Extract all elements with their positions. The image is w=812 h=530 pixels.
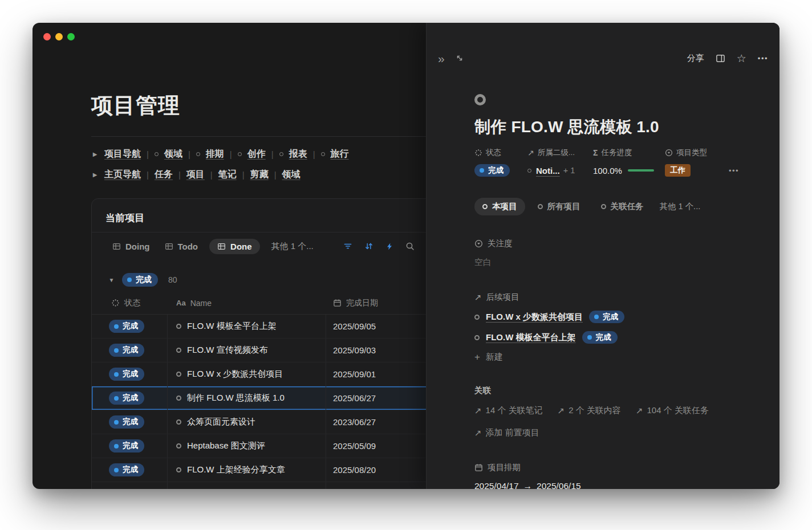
nav-link-schedule[interactable]: 排期 (206, 148, 224, 160)
property-progress-label[interactable]: Σ 任务进度 (593, 148, 665, 158)
property-parent-label[interactable]: ↗ 所属二级... (527, 148, 593, 158)
arrow-right-icon: → (523, 481, 533, 489)
toggle-closed-icon[interactable]: ▶ (91, 172, 99, 178)
status-dot-icon (114, 324, 119, 329)
nav-link-domain2[interactable]: 领域 (282, 169, 301, 181)
status-cell[interactable]: 完成 (92, 458, 168, 482)
pipe-separator: | (230, 149, 232, 159)
related-tasks-link[interactable]: ↗ 104 个 关联任务 (636, 405, 709, 416)
column-header-status[interactable]: 状态 (92, 298, 168, 308)
view-tab-label: Todo (178, 242, 198, 251)
nav-link-home-nav[interactable]: 主页导航 (104, 169, 141, 181)
nav-link-clips[interactable]: 剪藏 (250, 169, 269, 181)
nav-link-domain[interactable]: 领域 (164, 148, 182, 160)
close-button[interactable] (43, 33, 51, 40)
relation-arrow-icon: ↗ (558, 406, 565, 415)
property-progress-value[interactable]: 100.0% (593, 164, 665, 177)
group-status-badge[interactable]: 完成 (122, 273, 158, 287)
name-cell[interactable]: FLO.W 上架经验分享文章 (168, 458, 326, 482)
status-cell (92, 482, 168, 489)
schedule-label[interactable]: 项目排期 (474, 462, 754, 473)
nav-link-tasks[interactable]: 任务 (155, 169, 173, 181)
nav-link-report[interactable]: 报表 (289, 148, 307, 160)
peek-tab-all-projects[interactable]: 所有项目 (530, 198, 588, 215)
page-icon[interactable] (474, 94, 486, 105)
zoom-button[interactable] (67, 33, 75, 40)
view-tab-todo[interactable]: Todo (165, 242, 198, 251)
status-cell[interactable]: 完成 (92, 434, 168, 458)
toggle-open-icon[interactable]: ▼ (108, 277, 115, 283)
side-peek-panel: » 分享 ☆ ••• 制作 FLO.W 思流模板 1.0 (426, 23, 779, 489)
pipe-separator: | (210, 170, 213, 180)
pipe-separator: | (178, 170, 181, 180)
view-tab-doing[interactable]: Doing (112, 242, 150, 251)
type-badge[interactable]: 工作 (665, 164, 691, 177)
status-badge[interactable]: 完成 (582, 331, 618, 344)
table-row: 完成 FLO.W 上架经验分享文章 2025/08/20 (92, 458, 444, 482)
status-property-icon (111, 299, 120, 307)
name-cell[interactable]: 制作 FLO.W 思流模板 1.0 (168, 386, 326, 410)
nav-link-projects[interactable]: 项目 (186, 169, 205, 181)
sort-icon[interactable] (364, 242, 373, 251)
status-cell[interactable]: 完成 (92, 386, 168, 410)
related-notes-link[interactable]: ↗ 14 个 关联笔记 (474, 405, 543, 416)
search-icon[interactable] (405, 242, 415, 251)
nav-link-project-nav[interactable]: 项目导航 (104, 148, 141, 160)
related-content-link[interactable]: ↗ 2 个 关联内容 (558, 405, 621, 416)
followup-label[interactable]: ↗ 后续项目 (474, 292, 754, 303)
more-menu-icon[interactable]: ••• (758, 54, 768, 63)
peek-tabs-more-button[interactable]: 其他 1 个... (656, 201, 701, 212)
add-predecessor-button[interactable]: ↗ 添加 前置项目 (474, 427, 754, 438)
peek-tab-bar: 本项目 所有项目 关联任务 其他 1 个... (474, 198, 754, 215)
peek-tab-this-project[interactable]: 本项目 (474, 198, 525, 215)
share-button[interactable]: 分享 (687, 53, 704, 64)
filter-icon[interactable] (343, 242, 352, 251)
name-cell[interactable]: FLO.W 宣传视频发布 (168, 339, 326, 362)
status-cell[interactable]: 完成 (92, 339, 168, 362)
favorite-star-icon[interactable]: ☆ (737, 53, 746, 64)
attention-empty-value[interactable]: 空白 (474, 257, 754, 268)
property-parent-value[interactable]: Noti... + 1 (527, 164, 593, 177)
view-tab-bar: Doing Todo Done 其他 1 个... (92, 233, 444, 260)
automation-lightning-icon[interactable] (385, 242, 393, 251)
card-title[interactable]: 当前项目 (105, 211, 144, 225)
current-projects-card: 当前项目 Doing Todo (91, 198, 445, 489)
name-cell[interactable]: 众筹页面元素设计 (168, 410, 326, 434)
followup-page-link[interactable]: FLO.W 模板全平台上架 (486, 332, 576, 343)
status-cell[interactable]: 完成 (92, 362, 168, 386)
followup-page-link[interactable]: FLO.W x 少数派共创项目 (486, 312, 583, 323)
nav-link-notes[interactable]: 笔记 (218, 169, 237, 181)
attention-label[interactable]: 关注度 (474, 238, 754, 249)
nav-link-creation[interactable]: 创作 (247, 148, 266, 160)
expand-diagonal-icon[interactable] (455, 54, 464, 63)
pipe-separator: | (147, 149, 149, 159)
minimize-button[interactable] (55, 33, 63, 40)
followup-item: FLO.W x 少数派共创项目 完成 (474, 309, 754, 324)
new-followup-button[interactable]: + 新建 (474, 352, 754, 362)
relation-page-link[interactable]: Noti... (536, 166, 560, 176)
toggle-closed-icon[interactable]: ▶ (91, 151, 99, 157)
status-dot-icon (594, 315, 599, 319)
close-peek-icon[interactable]: » (438, 52, 445, 64)
schedule-date-range[interactable]: 2025/04/17 → 2025/06/15 (474, 481, 754, 489)
property-type-label[interactable]: 项目类型 (665, 148, 729, 158)
name-cell[interactable]: FLO.W 模板全平台上架 (168, 315, 326, 338)
view-tab-done[interactable]: Done (209, 239, 260, 254)
peek-page-title[interactable]: 制作 FLO.W 思流模板 1.0 (474, 116, 754, 138)
name-cell[interactable]: FLO.W x 少数派共创项目 (168, 362, 326, 386)
select-property-icon (474, 239, 483, 248)
name-cell[interactable]: Heptabase 图文测评 (168, 434, 326, 458)
more-views-button[interactable]: 其他 1 个... (271, 241, 314, 252)
status-badge[interactable]: 完成 (474, 164, 510, 177)
property-status-label[interactable]: 状态 (474, 148, 527, 158)
view-tab-label: Done (230, 242, 252, 251)
side-peek-icon[interactable] (716, 54, 725, 63)
name-cell (168, 482, 326, 489)
status-cell[interactable]: 完成 (92, 315, 168, 338)
peek-tab-related-tasks[interactable]: 关联任务 (593, 198, 652, 215)
more-properties-icon[interactable]: ••• (729, 166, 739, 175)
status-badge[interactable]: 完成 (589, 311, 624, 324)
nav-link-travel[interactable]: 旅行 (331, 148, 349, 160)
status-cell[interactable]: 完成 (92, 410, 168, 434)
column-header-name[interactable]: Aa Name (168, 299, 326, 308)
